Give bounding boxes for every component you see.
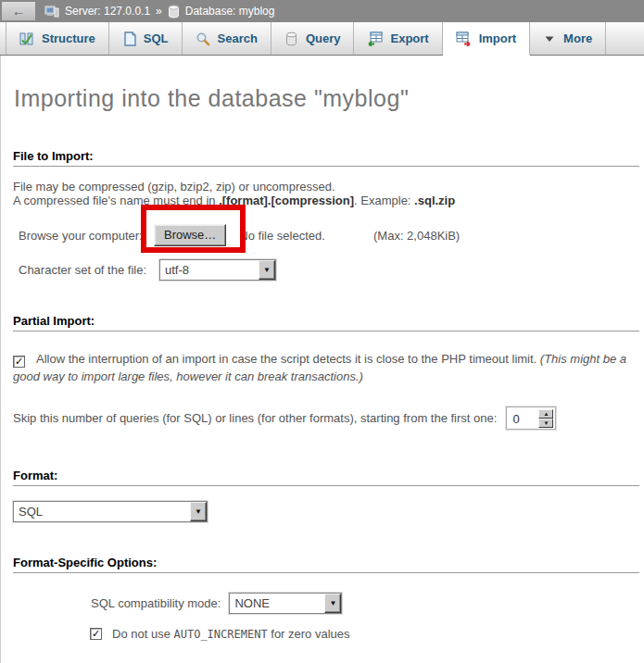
compression-note: File may be compressed (gzip, bzip2, zip… [13, 180, 644, 207]
format-selected-value: SQL [14, 502, 190, 521]
structure-icon [19, 31, 34, 46]
tab-label: Structure [42, 31, 95, 45]
tab-label: Export [390, 31, 428, 45]
breadcrumb-database-link[interactable]: Database: myblog [185, 5, 275, 18]
back-arrow-icon: ← [12, 4, 25, 19]
breadcrumb-server-link[interactable]: Server: 127.0.0.1 [65, 5, 150, 18]
skip-queries-label: Skip this number of queries (for SQL) or… [13, 411, 497, 425]
page-title: Importing into the database "myblog" [13, 56, 644, 112]
charset-label: Character set of the file: [19, 263, 159, 277]
compression-note-line2: A compressed file's name must end in [13, 194, 219, 207]
section-heading-format: Format: [13, 469, 639, 486]
auto-increment-code: AUTO_INCREMENT [174, 628, 268, 641]
format-row: SQL ▼ [13, 501, 644, 522]
chevron-down-icon[interactable]: ▼ [190, 502, 207, 521]
tab-sql[interactable]: SQL [109, 22, 183, 55]
format-pattern-text: .[format].[compression] [219, 194, 354, 207]
skip-queries-row: Skip this number of queries (for SQL) or… [13, 406, 644, 430]
tab-bar: Structure SQL Search Query Export Import [0, 22, 644, 56]
tab-label: Search [218, 31, 258, 45]
auto-increment-row: ✓ Do not use AUTO_INCREMENT for zero val… [90, 627, 644, 641]
query-icon [284, 31, 298, 46]
tab-import[interactable]: Import [443, 22, 530, 56]
no-file-selected-text: No file selected. [239, 229, 325, 243]
export-icon [367, 31, 383, 46]
database-icon [168, 5, 180, 19]
charset-row: Character set of the file: utf-8 ▼ [19, 258, 644, 281]
tab-more[interactable]: More [530, 22, 606, 55]
tab-label: More [563, 31, 592, 45]
sql-compatibility-selected-value: NONE [230, 594, 324, 613]
spinner-up-icon[interactable]: ▲ [538, 409, 553, 419]
skip-queries-input[interactable]: 0 ▲ ▼ [506, 407, 556, 430]
skip-queries-value: 0 [507, 407, 538, 429]
main-content: Importing into the database "myblog" Fil… [0, 56, 644, 663]
auto-increment-checkbox[interactable]: ✓ [90, 628, 102, 640]
browse-label: Browse your computer: [19, 229, 154, 243]
tab-search[interactable]: Search [183, 22, 271, 55]
example-label: . Example: [354, 194, 414, 207]
chevron-down-icon[interactable]: ▼ [259, 260, 275, 280]
chevron-down-icon[interactable]: ▼ [324, 594, 341, 613]
auto-increment-label-suffix: for zero values [268, 627, 350, 641]
spinner-control: ▲ ▼ [538, 409, 553, 427]
tab-label: Import [479, 31, 516, 45]
import-icon [456, 31, 472, 46]
sql-compatibility-label: SQL compatibility mode: [91, 596, 221, 610]
section-heading-file-to-import: File to Import: [13, 149, 639, 167]
sql-compatibility-select[interactable]: NONE ▼ [229, 593, 342, 614]
compression-note-line1: File may be compressed (gzip, bzip2, zip… [13, 180, 335, 194]
spinner-down-icon[interactable]: ▼ [538, 419, 553, 428]
charset-selected-value: utf-8 [160, 260, 259, 280]
tab-structure[interactable]: Structure [6, 22, 109, 55]
browse-button[interactable]: Browse… [154, 224, 226, 246]
section-heading-format-specific-options: Format-Specific Options: [13, 556, 639, 573]
auto-increment-label-prefix: Do not use [112, 627, 174, 641]
tab-label: SQL [144, 31, 169, 45]
allow-interrupt-row: ✓Allow the interruption of an import in … [13, 350, 639, 385]
tab-export[interactable]: Export [354, 22, 442, 55]
allow-interrupt-checkbox[interactable]: ✓ [13, 356, 25, 368]
charset-select[interactable]: utf-8 ▼ [159, 259, 276, 281]
search-icon [196, 31, 210, 46]
browse-row: Browse your computer: Browse… No file se… [19, 223, 644, 247]
breadcrumb-bar: ← Server: 127.0.0.1 » Database: myblog [0, 0, 644, 22]
example-extension-text: .sql.zip [414, 194, 455, 207]
tab-query[interactable]: Query [271, 22, 355, 55]
breadcrumb-separator: » [156, 5, 162, 18]
max-size-note: (Max: 2,048KiB) [373, 229, 460, 243]
auto-increment-label: Do not use AUTO_INCREMENT for zero value… [112, 627, 350, 641]
chevron-down-icon [543, 32, 556, 45]
section-heading-partial-import: Partial Import: [13, 314, 639, 332]
allow-interrupt-label: Allow the interruption of an import in c… [36, 352, 540, 366]
sql-icon [122, 31, 136, 46]
back-button[interactable]: ← [2, 2, 35, 20]
tab-label: Query [306, 31, 341, 45]
server-icon [44, 4, 59, 19]
sql-compatibility-row: SQL compatibility mode: NONE ▼ [91, 592, 644, 614]
format-select[interactable]: SQL ▼ [13, 501, 208, 522]
